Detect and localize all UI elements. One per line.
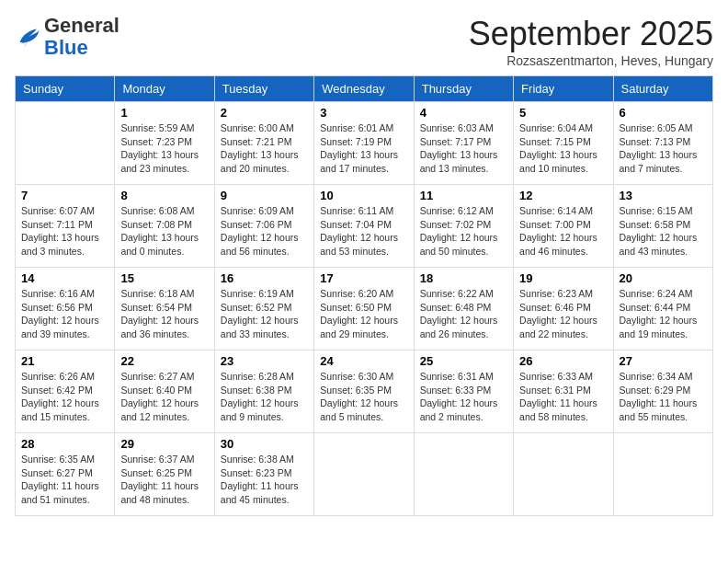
day-info: Sunrise: 6:31 AMSunset: 6:33 PMDaylight:… bbox=[420, 370, 507, 424]
weekday-header-thursday: Thursday bbox=[414, 76, 513, 102]
calendar-cell bbox=[613, 433, 712, 516]
day-info: Sunrise: 6:26 AMSunset: 6:42 PMDaylight:… bbox=[21, 370, 108, 424]
day-number: 14 bbox=[21, 271, 108, 285]
day-info: Sunrise: 6:12 AMSunset: 7:02 PMDaylight:… bbox=[420, 204, 507, 259]
calendar-cell: 1Sunrise: 5:59 AMSunset: 7:23 PMDaylight… bbox=[115, 102, 214, 185]
calendar-week-row: 28Sunrise: 6:35 AMSunset: 6:27 PMDayligh… bbox=[16, 433, 713, 516]
calendar-table: SundayMondayTuesdayWednesdayThursdayFrid… bbox=[15, 75, 713, 516]
day-info: Sunrise: 5:59 AMSunset: 7:23 PMDaylight:… bbox=[120, 121, 208, 176]
day-info: Sunrise: 6:30 AMSunset: 6:35 PMDaylight:… bbox=[320, 370, 407, 424]
day-info: Sunrise: 6:20 AMSunset: 6:50 PMDaylight:… bbox=[320, 287, 407, 341]
day-number: 1 bbox=[120, 106, 208, 120]
calendar-cell: 3Sunrise: 6:01 AMSunset: 7:19 PMDaylight… bbox=[314, 102, 414, 185]
calendar-cell bbox=[314, 433, 414, 516]
logo-blue-text: Blue bbox=[44, 36, 88, 59]
calendar-cell: 11Sunrise: 6:12 AMSunset: 7:02 PMDayligh… bbox=[414, 185, 513, 268]
day-number: 13 bbox=[620, 189, 707, 202]
day-number: 15 bbox=[120, 271, 208, 285]
calendar-cell bbox=[514, 433, 613, 516]
day-info: Sunrise: 6:04 AMSunset: 7:15 PMDaylight:… bbox=[519, 121, 607, 176]
weekday-header-friday: Friday bbox=[514, 76, 613, 102]
day-info: Sunrise: 6:05 AMSunset: 7:13 PMDaylight:… bbox=[620, 121, 707, 176]
day-info: Sunrise: 6:00 AMSunset: 7:21 PMDaylight:… bbox=[221, 121, 308, 176]
calendar-cell: 27Sunrise: 6:34 AMSunset: 6:29 PMDayligh… bbox=[613, 350, 712, 433]
calendar-cell: 10Sunrise: 6:11 AMSunset: 7:04 PMDayligh… bbox=[314, 185, 414, 268]
day-info: Sunrise: 6:18 AMSunset: 6:54 PMDaylight:… bbox=[120, 287, 208, 341]
weekday-header-sunday: Sunday bbox=[16, 76, 115, 102]
weekday-header-saturday: Saturday bbox=[613, 76, 712, 102]
calendar-cell: 21Sunrise: 6:26 AMSunset: 6:42 PMDayligh… bbox=[16, 350, 115, 433]
calendar-cell: 29Sunrise: 6:37 AMSunset: 6:25 PMDayligh… bbox=[115, 433, 214, 516]
calendar-cell: 5Sunrise: 6:04 AMSunset: 7:15 PMDaylight… bbox=[514, 102, 613, 185]
calendar-cell: 13Sunrise: 6:15 AMSunset: 6:58 PMDayligh… bbox=[613, 185, 712, 268]
day-number: 27 bbox=[620, 354, 707, 368]
day-info: Sunrise: 6:35 AMSunset: 6:27 PMDaylight:… bbox=[21, 453, 108, 507]
day-info: Sunrise: 6:03 AMSunset: 7:17 PMDaylight:… bbox=[420, 121, 507, 176]
logo-icon bbox=[15, 24, 40, 50]
day-number: 16 bbox=[221, 271, 308, 285]
calendar-cell: 15Sunrise: 6:18 AMSunset: 6:54 PMDayligh… bbox=[115, 268, 214, 350]
weekday-header-row: SundayMondayTuesdayWednesdayThursdayFrid… bbox=[16, 76, 713, 102]
day-number: 9 bbox=[221, 189, 308, 202]
calendar-cell: 8Sunrise: 6:08 AMSunset: 7:08 PMDaylight… bbox=[115, 185, 214, 268]
day-number: 10 bbox=[320, 189, 407, 202]
calendar-cell: 19Sunrise: 6:23 AMSunset: 6:46 PMDayligh… bbox=[514, 268, 613, 350]
calendar-cell: 6Sunrise: 6:05 AMSunset: 7:13 PMDaylight… bbox=[613, 102, 712, 185]
calendar-cell: 28Sunrise: 6:35 AMSunset: 6:27 PMDayligh… bbox=[16, 433, 115, 516]
calendar-cell: 14Sunrise: 6:16 AMSunset: 6:56 PMDayligh… bbox=[16, 268, 115, 350]
day-number: 17 bbox=[320, 271, 407, 285]
day-number: 11 bbox=[420, 189, 507, 202]
calendar-cell bbox=[16, 102, 115, 185]
weekday-header-monday: Monday bbox=[115, 76, 214, 102]
day-info: Sunrise: 6:28 AMSunset: 6:38 PMDaylight:… bbox=[221, 370, 308, 424]
day-number: 30 bbox=[221, 437, 308, 451]
day-number: 29 bbox=[120, 437, 208, 451]
calendar-cell: 20Sunrise: 6:24 AMSunset: 6:44 PMDayligh… bbox=[613, 268, 712, 350]
page-header: General Blue September 2025 Rozsaszentma… bbox=[15, 15, 713, 68]
calendar-cell: 24Sunrise: 6:30 AMSunset: 6:35 PMDayligh… bbox=[314, 350, 414, 433]
calendar-cell: 26Sunrise: 6:33 AMSunset: 6:31 PMDayligh… bbox=[514, 350, 613, 433]
day-number: 12 bbox=[519, 189, 607, 202]
day-info: Sunrise: 6:11 AMSunset: 7:04 PMDaylight:… bbox=[320, 204, 407, 259]
day-number: 23 bbox=[221, 354, 308, 368]
day-number: 3 bbox=[320, 106, 407, 120]
day-info: Sunrise: 6:01 AMSunset: 7:19 PMDaylight:… bbox=[320, 121, 407, 176]
day-info: Sunrise: 6:23 AMSunset: 6:46 PMDaylight:… bbox=[519, 287, 607, 341]
day-number: 2 bbox=[221, 106, 308, 120]
month-title: September 2025 bbox=[469, 15, 713, 53]
calendar-cell: 25Sunrise: 6:31 AMSunset: 6:33 PMDayligh… bbox=[414, 350, 513, 433]
day-number: 22 bbox=[120, 354, 208, 368]
weekday-header-wednesday: Wednesday bbox=[314, 76, 414, 102]
calendar-cell: 16Sunrise: 6:19 AMSunset: 6:52 PMDayligh… bbox=[214, 268, 313, 350]
day-number: 20 bbox=[620, 271, 707, 285]
calendar-week-row: 1Sunrise: 5:59 AMSunset: 7:23 PMDaylight… bbox=[16, 102, 713, 185]
location-subtitle: Rozsaszentmarton, Heves, Hungary bbox=[469, 53, 713, 68]
day-info: Sunrise: 6:07 AMSunset: 7:11 PMDaylight:… bbox=[21, 204, 108, 259]
day-info: Sunrise: 6:33 AMSunset: 6:31 PMDaylight:… bbox=[519, 370, 607, 424]
day-number: 6 bbox=[620, 106, 707, 120]
calendar-cell bbox=[414, 433, 513, 516]
calendar-week-row: 21Sunrise: 6:26 AMSunset: 6:42 PMDayligh… bbox=[16, 350, 713, 433]
calendar-cell: 17Sunrise: 6:20 AMSunset: 6:50 PMDayligh… bbox=[314, 268, 414, 350]
day-info: Sunrise: 6:37 AMSunset: 6:25 PMDaylight:… bbox=[120, 453, 208, 507]
day-info: Sunrise: 6:08 AMSunset: 7:08 PMDaylight:… bbox=[120, 204, 208, 259]
day-info: Sunrise: 6:22 AMSunset: 6:48 PMDaylight:… bbox=[420, 287, 507, 341]
logo: General Blue bbox=[15, 15, 119, 59]
day-info: Sunrise: 6:09 AMSunset: 7:06 PMDaylight:… bbox=[221, 204, 308, 259]
day-number: 28 bbox=[21, 437, 108, 451]
calendar-week-row: 14Sunrise: 6:16 AMSunset: 6:56 PMDayligh… bbox=[16, 268, 713, 350]
day-info: Sunrise: 6:24 AMSunset: 6:44 PMDaylight:… bbox=[620, 287, 707, 341]
day-number: 18 bbox=[420, 271, 507, 285]
day-number: 5 bbox=[519, 106, 607, 120]
day-info: Sunrise: 6:34 AMSunset: 6:29 PMDaylight:… bbox=[620, 370, 707, 424]
calendar-cell: 12Sunrise: 6:14 AMSunset: 7:00 PMDayligh… bbox=[514, 185, 613, 268]
day-info: Sunrise: 6:16 AMSunset: 6:56 PMDaylight:… bbox=[21, 287, 108, 341]
weekday-header-tuesday: Tuesday bbox=[214, 76, 313, 102]
title-block: September 2025 Rozsaszentmarton, Heves, … bbox=[469, 15, 713, 68]
calendar-week-row: 7Sunrise: 6:07 AMSunset: 7:11 PMDaylight… bbox=[16, 185, 713, 268]
logo-general-text: General bbox=[44, 14, 119, 37]
day-number: 26 bbox=[519, 354, 607, 368]
calendar-cell: 4Sunrise: 6:03 AMSunset: 7:17 PMDaylight… bbox=[414, 102, 513, 185]
day-number: 25 bbox=[420, 354, 507, 368]
day-number: 19 bbox=[519, 271, 607, 285]
